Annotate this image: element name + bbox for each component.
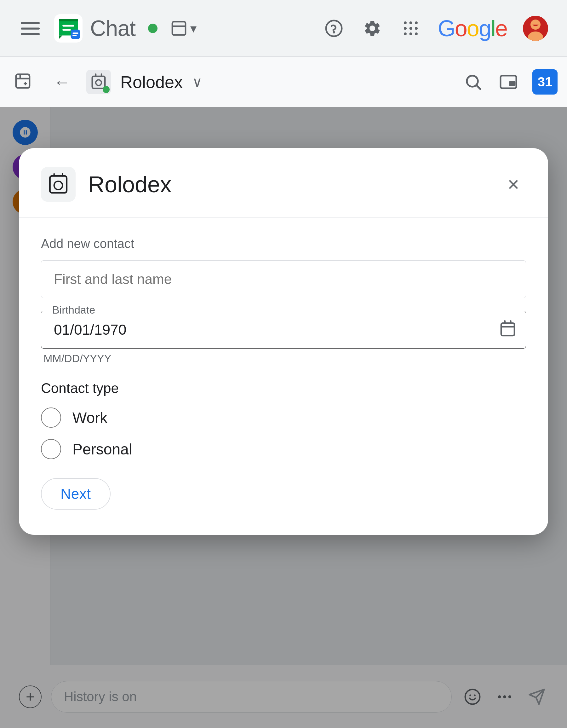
top-bar: Chat ▾ — [0, 0, 567, 57]
birthdate-input-container[interactable] — [41, 311, 526, 349]
svg-point-14 — [404, 21, 407, 24]
svg-point-15 — [409, 21, 412, 24]
back-button[interactable]: ← — [47, 66, 77, 98]
status-dot — [148, 24, 158, 33]
svg-rect-50 — [501, 323, 514, 336]
close-button[interactable]: × — [501, 172, 526, 197]
hamburger-button[interactable] — [19, 17, 42, 40]
birthdate-label: Birthdate — [49, 304, 99, 316]
svg-rect-26 — [16, 74, 30, 88]
svg-point-17 — [404, 27, 407, 30]
svg-rect-38 — [509, 81, 516, 86]
svg-rect-7 — [71, 29, 80, 39]
rolodex-header-title: Rolodex — [120, 72, 183, 92]
svg-rect-1 — [21, 27, 40, 29]
window-toggle[interactable]: ▾ — [170, 20, 197, 37]
rolodex-header-icon — [86, 70, 111, 94]
radio-personal-label: Personal — [72, 441, 132, 458]
birthdate-input[interactable] — [54, 321, 513, 338]
svg-point-20 — [404, 32, 407, 35]
modal-title: Rolodex — [88, 171, 488, 197]
secondary-header-right: 31 — [462, 69, 558, 95]
help-button[interactable] — [322, 17, 345, 40]
svg-point-19 — [415, 27, 418, 30]
app-logo: Chat — [54, 14, 136, 43]
radio-work-circle[interactable] — [41, 407, 61, 428]
svg-point-13 — [333, 32, 334, 33]
svg-point-12 — [326, 20, 342, 36]
secondary-header: ← Rolodex ∨ 31 — [0, 57, 567, 107]
date-format-hint: MM/DD/YYYY — [41, 352, 526, 365]
svg-rect-9 — [72, 35, 77, 36]
modal-header: Rolodex × — [19, 148, 548, 218]
radio-work[interactable]: Work — [41, 407, 526, 428]
svg-rect-31 — [92, 76, 105, 88]
svg-point-22 — [415, 32, 418, 35]
contact-type-radio-group: Work Personal — [41, 407, 526, 459]
svg-rect-10 — [172, 22, 186, 35]
user-avatar[interactable] — [523, 16, 548, 41]
picture-in-picture-button[interactable] — [497, 71, 520, 93]
modal-overlay: Rolodex × Add new contact Birthdate — [0, 107, 567, 728]
top-bar-right: Google — [322, 15, 548, 41]
svg-line-36 — [477, 85, 480, 89]
chat-logo-icon — [54, 14, 83, 43]
add-contact-label: Add new contact — [41, 237, 526, 251]
svg-rect-0 — [21, 22, 40, 24]
svg-point-21 — [409, 32, 412, 35]
radio-personal-circle[interactable] — [41, 439, 61, 459]
modal-app-icon — [41, 167, 76, 202]
svg-rect-6 — [62, 29, 71, 31]
search-button[interactable] — [462, 71, 484, 93]
rolodex-chevron[interactable]: ∨ — [192, 74, 202, 90]
svg-point-18 — [409, 27, 412, 30]
compose-button[interactable] — [9, 68, 38, 96]
settings-button[interactable] — [361, 17, 384, 40]
radio-personal[interactable]: Personal — [41, 439, 526, 459]
name-input[interactable] — [41, 260, 526, 298]
app-title: Chat — [90, 16, 136, 41]
contact-type-label: Contact type — [41, 380, 526, 396]
svg-rect-2 — [21, 33, 40, 35]
google-logo: Google — [438, 15, 507, 41]
content-area: H P › + History is on — [0, 107, 567, 728]
svg-point-16 — [415, 21, 418, 24]
modal-body: Add new contact Birthdate — [19, 218, 548, 535]
apps-button[interactable] — [399, 17, 422, 40]
svg-rect-8 — [72, 32, 78, 34]
window-chevron: ▾ — [190, 21, 197, 36]
radio-work-label: Work — [72, 409, 107, 426]
rolodex-status-badge — [103, 86, 110, 93]
svg-rect-5 — [62, 25, 74, 26]
birthdate-wrapper: Birthdate — [41, 311, 526, 349]
svg-point-32 — [96, 80, 101, 85]
calendar-badge[interactable]: 31 — [532, 69, 558, 95]
rolodex-modal: Rolodex × Add new contact Birthdate — [19, 148, 548, 535]
calendar-picker-button[interactable] — [499, 320, 517, 339]
next-button[interactable]: Next — [41, 478, 111, 510]
